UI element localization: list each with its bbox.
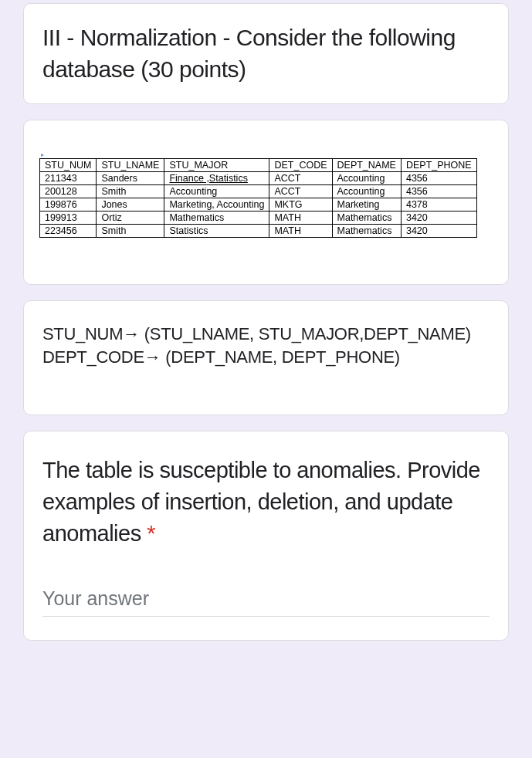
cell-det_code: ACCT: [269, 185, 332, 198]
th-det-code: DET_CODE: [269, 159, 332, 172]
cell-stu_lname: Smith: [97, 185, 164, 198]
cell-stu_major: Mathematics: [164, 211, 269, 225]
cell-stu_major: Accounting: [164, 185, 269, 198]
cell-dept_phone: 3420: [401, 211, 476, 225]
data-table: STU_NUM STU_LNAME STU_MAJOR DET_CODE DEP…: [39, 158, 477, 238]
th-stu-num: STU_NUM: [40, 159, 97, 172]
cell-dept_phone: 4378: [401, 198, 476, 211]
cell-dept_phone: 3420: [401, 225, 476, 238]
table-row: 199913OrtizMathematicsMATHMathematics342…: [40, 211, 477, 225]
answer-input[interactable]: [42, 581, 490, 617]
cell-det_code: MATH: [269, 211, 332, 225]
cell-stu_lname: Sanders: [97, 172, 164, 185]
question-text: The table is susceptible to anomalies. P…: [42, 455, 490, 549]
cell-stu_major: Finance ,Statistics: [164, 172, 269, 185]
table-row: 199876JonesMarketing, AccountingMKTGMark…: [40, 198, 477, 211]
cell-dept_phone: 4356: [401, 172, 476, 185]
cell-det_code: MKTG: [269, 198, 332, 211]
th-dept-name: DEPT_NAME: [332, 159, 401, 172]
cell-dept_phone: 4356: [401, 185, 476, 198]
cell-dept_name: Accounting: [332, 172, 401, 185]
cell-stu_num: 223456: [40, 225, 97, 238]
section-header-card: III - Normalization - Consider the follo…: [23, 3, 509, 104]
cell-dept_name: Mathematics: [332, 211, 401, 225]
cell-stu_num: 211343: [40, 172, 97, 185]
th-stu-major: STU_MAJOR: [164, 159, 269, 172]
cell-stu_lname: Smith: [97, 225, 164, 238]
th-stu-lname: STU_LNAME: [97, 159, 164, 172]
cell-stu_num: 200128: [40, 185, 97, 198]
section-title: III - Normalization - Consider the follo…: [42, 22, 490, 85]
table-row: 223456SmithStatisticsMATHMathematics3420: [40, 225, 477, 238]
fd-line-2: DEPT_CODE→ (DEPT_NAME, DEPT_PHONE): [42, 346, 490, 369]
tick-icon: ▸: [39, 151, 493, 158]
table-row: 211343SandersFinance ,StatisticsACCTAcco…: [40, 172, 477, 185]
th-dept-phone: DEPT_PHONE: [401, 159, 476, 172]
table-card: ▸ STU_NUM STU_LNAME STU_MAJOR DET_CODE D…: [23, 120, 509, 285]
cell-det_code: ACCT: [269, 172, 332, 185]
cell-dept_name: Accounting: [332, 185, 401, 198]
cell-dept_name: Mathematics: [332, 225, 401, 238]
question-card: The table is susceptible to anomalies. P…: [23, 431, 509, 641]
cell-stu_major: Marketing, Accounting: [164, 198, 269, 211]
cell-stu_num: 199913: [40, 211, 97, 225]
table-row: 200128SmithAccountingACCTAccounting4356: [40, 185, 477, 198]
cell-stu_num: 199876: [40, 198, 97, 211]
fd-line-1: STU_NUM→ (STU_LNAME, STU_MAJOR,DEPT_NAME…: [42, 323, 490, 346]
cell-stu_lname: Ortiz: [97, 211, 164, 225]
required-asterisk: *: [147, 521, 155, 546]
cell-dept_name: Marketing: [332, 198, 401, 211]
cell-stu_lname: Jones: [97, 198, 164, 211]
cell-det_code: MATH: [269, 225, 332, 238]
fd-card: STU_NUM→ (STU_LNAME, STU_MAJOR,DEPT_NAME…: [23, 300, 509, 415]
question-body: The table is susceptible to anomalies. P…: [42, 458, 480, 545]
table-header-row: STU_NUM STU_LNAME STU_MAJOR DET_CODE DEP…: [40, 159, 477, 172]
cell-stu_major: Statistics: [164, 225, 269, 238]
